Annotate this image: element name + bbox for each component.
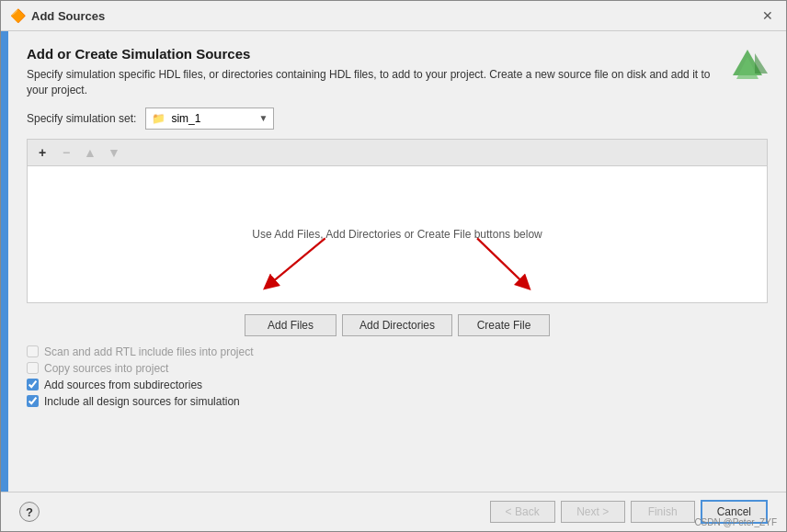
sim-set-folder-icon: 📁 <box>152 112 165 125</box>
window-icon: 🔶 <box>10 8 26 23</box>
svg-marker-2 <box>755 53 768 74</box>
options-section: Scan and add RTL include files into proj… <box>27 345 768 408</box>
bottom-left: ? <box>19 502 40 522</box>
copy-sources-label: Copy sources into project <box>44 362 168 375</box>
remove-file-toolbar-button[interactable]: − <box>55 142 77 163</box>
dialog-content: Add or Create Simulation Sources Specify… <box>1 31 786 492</box>
header-description: Specify simulation specific HDL files, o… <box>27 67 716 98</box>
title-bar: 🔶 Add Sources ✕ <box>1 1 786 31</box>
svg-line-6 <box>477 238 525 284</box>
move-down-toolbar-button[interactable]: ▼ <box>103 142 125 163</box>
option-row-1: Scan and add RTL include files into proj… <box>27 345 768 358</box>
bottom-bar: ? < Back Next > Finish Cancel <box>1 492 786 531</box>
add-subdirectories-checkbox[interactable] <box>27 379 39 391</box>
title-bar-left: 🔶 Add Sources <box>10 8 105 23</box>
hint-text: Use Add Files, Add Directories or Create… <box>252 228 542 241</box>
sim-set-label: Specify simulation set: <box>27 112 136 125</box>
svg-line-5 <box>269 238 325 284</box>
sim-set-value: sim_1 <box>171 112 253 125</box>
header-title: Add or Create Simulation Sources <box>27 46 716 62</box>
option-row-2: Copy sources into project <box>27 362 768 375</box>
header-section: Add or Create Simulation Sources Specify… <box>27 46 768 98</box>
main-panel: Add or Create Simulation Sources Specify… <box>8 31 786 492</box>
add-buttons-row: Add Files Add Directories Create File <box>27 314 768 336</box>
add-directories-button[interactable]: Add Directories <box>342 314 452 336</box>
plus-icon: + <box>39 145 46 160</box>
scan-rtl-label: Scan and add RTL include files into proj… <box>44 345 253 358</box>
create-file-button[interactable]: Create File <box>458 314 550 336</box>
arrow-up-icon: ▲ <box>84 145 97 160</box>
scan-rtl-checkbox[interactable] <box>27 345 39 357</box>
arrow-down-icon: ▼ <box>108 145 120 160</box>
watermark: CSDN @Peter_ZYF <box>694 517 777 527</box>
finish-button[interactable]: Finish <box>631 501 695 523</box>
sim-set-row: Specify simulation set: 📁 sim_1 ▼ <box>27 108 768 130</box>
add-file-toolbar-button[interactable]: + <box>31 142 53 163</box>
move-up-toolbar-button[interactable]: ▲ <box>79 142 101 163</box>
minus-icon: − <box>63 145 70 160</box>
file-toolbar: + − ▲ ▼ <box>27 139 768 165</box>
chevron-down-icon: ▼ <box>258 113 268 123</box>
file-section: + − ▲ ▼ Use Add Files, Add Directories o… <box>27 139 768 303</box>
sim-set-dropdown[interactable]: 📁 sim_1 ▼ <box>145 108 274 130</box>
include-design-sources-checkbox[interactable] <box>27 395 39 407</box>
help-button[interactable]: ? <box>19 502 40 522</box>
window-title: Add Sources <box>31 9 105 23</box>
add-subdirectories-label: Add sources from subdirectories <box>44 379 202 391</box>
option-row-3: Add sources from subdirectories <box>27 379 768 391</box>
accent-strip <box>1 31 8 492</box>
back-button[interactable]: < Back <box>490 501 555 523</box>
copy-sources-checkbox[interactable] <box>27 362 39 374</box>
close-button[interactable]: ✕ <box>758 6 777 25</box>
add-files-button[interactable]: Add Files <box>245 314 336 336</box>
vivado-logo <box>727 46 768 89</box>
dialog-window: 🔶 Add Sources ✕ Add or Create Simulation… <box>0 0 787 532</box>
include-design-sources-label: Include all design sources for simulatio… <box>44 395 240 408</box>
option-row-4: Include all design sources for simulatio… <box>27 395 768 408</box>
file-list-area: Use Add Files, Add Directories or Create… <box>27 165 768 303</box>
header-text: Add or Create Simulation Sources Specify… <box>27 46 716 98</box>
next-button[interactable]: Next > <box>561 501 625 523</box>
